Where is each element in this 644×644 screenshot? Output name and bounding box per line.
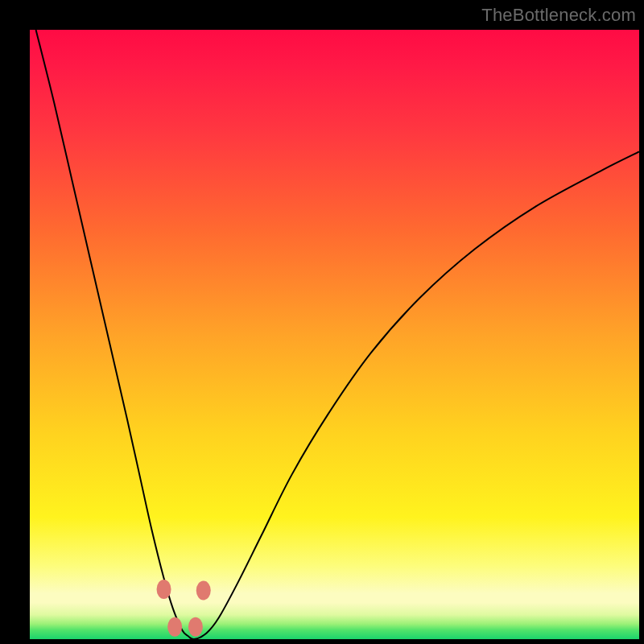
- marker-dot-1: [196, 580, 211, 600]
- curve-markers: [157, 580, 211, 637]
- bottleneck-curve: [36, 30, 639, 639]
- plot-area: [30, 30, 639, 639]
- chart-frame: TheBottleneck.com: [0, 0, 644, 644]
- marker-dot-2: [167, 617, 182, 637]
- marker-dot-0: [157, 580, 171, 599]
- marker-dot-3: [188, 617, 203, 637]
- watermark-text: TheBottleneck.com: [481, 5, 636, 26]
- curve-svg: [30, 30, 639, 639]
